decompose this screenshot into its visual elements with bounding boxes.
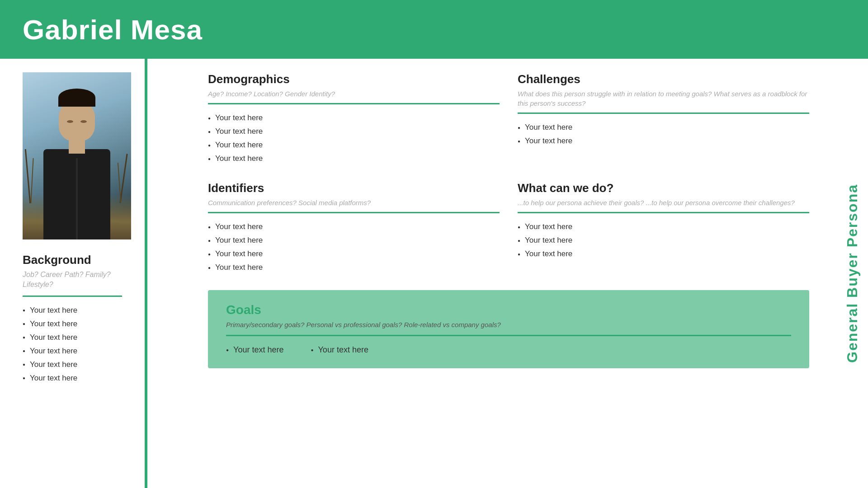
content-area: Demographics Age? Income? Location? Gend… xyxy=(145,59,836,488)
vertical-label-container: General Buyer Persona xyxy=(836,59,868,488)
goals-divider xyxy=(226,335,791,336)
identifiers-list: Your text here Your text here Your text … xyxy=(208,222,500,272)
what-can-we-do-subtitle: ...to help our persona achieve their goa… xyxy=(518,198,809,207)
list-item: Your text here xyxy=(23,319,127,328)
vertical-label: General Buyer Persona xyxy=(844,184,861,363)
what-can-we-do-divider xyxy=(518,212,809,213)
list-item: Your text here xyxy=(208,113,500,122)
goals-list: Your text here Your text here xyxy=(226,345,791,355)
goals-section: Goals Primary/secondary goals? Personal … xyxy=(208,290,809,368)
challenges-subtitle: What does this person struggle with in r… xyxy=(518,89,809,108)
header: Gabriel Mesa xyxy=(0,0,868,59)
list-item: Your text here xyxy=(518,249,809,258)
background-list: Your text here Your text here Your text … xyxy=(23,306,127,383)
goals-subtitle: Primary/secondary goals? Personal vs pro… xyxy=(226,320,791,329)
challenges-section: Challenges What does this person struggl… xyxy=(518,72,809,168)
background-subtitle: Job? Career Path? Family? Lifestyle? xyxy=(23,270,127,290)
list-item: Your text here xyxy=(208,263,500,272)
list-item: Your text here xyxy=(208,249,500,258)
list-item: Your text here xyxy=(23,333,127,342)
list-item: Your text here xyxy=(208,154,500,163)
list-item: Your text here xyxy=(518,236,809,245)
top-sections: Demographics Age? Income? Location? Gend… xyxy=(208,72,809,168)
photo-container xyxy=(23,72,131,239)
identifiers-subtitle: Communication preferences? Social media … xyxy=(208,198,500,207)
list-item: Your text here xyxy=(311,345,368,355)
list-item: Your text here xyxy=(518,222,809,231)
background-divider xyxy=(23,296,122,297)
what-can-we-do-section: What can we do? ...to help our persona a… xyxy=(518,181,809,277)
demographics-section: Demographics Age? Income? Location? Gend… xyxy=(208,72,500,168)
list-item: Your text here xyxy=(518,123,809,132)
background-title: Background xyxy=(23,253,127,267)
what-can-we-do-title: What can we do? xyxy=(518,181,809,195)
left-bar xyxy=(145,59,147,488)
list-item: Your text here xyxy=(208,222,500,231)
middle-sections: Identifiers Communication preferences? S… xyxy=(208,181,809,277)
demographics-divider xyxy=(208,103,500,104)
challenges-divider xyxy=(518,113,809,114)
sidebar: Background Job? Career Path? Family? Lif… xyxy=(0,59,145,488)
challenges-title: Challenges xyxy=(518,72,809,86)
demographics-subtitle: Age? Income? Location? Gender Identity? xyxy=(208,89,500,99)
list-item: Your text here xyxy=(518,136,809,145)
identifiers-title: Identifiers xyxy=(208,181,500,195)
demographics-list: Your text here Your text here Your text … xyxy=(208,113,500,163)
identifiers-section: Identifiers Communication preferences? S… xyxy=(208,181,500,277)
challenges-list: Your text here Your text here xyxy=(518,123,809,145)
list-item: Your text here xyxy=(23,360,127,369)
list-item: Your text here xyxy=(23,347,127,356)
list-item: Your text here xyxy=(208,141,500,150)
list-item: Your text here xyxy=(23,306,127,315)
demographics-title: Demographics xyxy=(208,72,500,86)
profile-photo xyxy=(23,72,131,239)
list-item: Your text here xyxy=(208,127,500,136)
page-title: Gabriel Mesa xyxy=(23,14,203,46)
list-item: Your text here xyxy=(208,236,500,245)
what-can-we-do-list: Your text here Your text here Your text … xyxy=(518,222,809,258)
list-item: Your text here xyxy=(23,374,127,383)
list-item: Your text here xyxy=(226,345,283,355)
goals-title: Goals xyxy=(226,303,791,317)
background-section: Background Job? Career Path? Family? Lif… xyxy=(23,253,127,387)
identifiers-divider xyxy=(208,212,500,213)
main-content: Background Job? Career Path? Family? Lif… xyxy=(0,59,868,488)
